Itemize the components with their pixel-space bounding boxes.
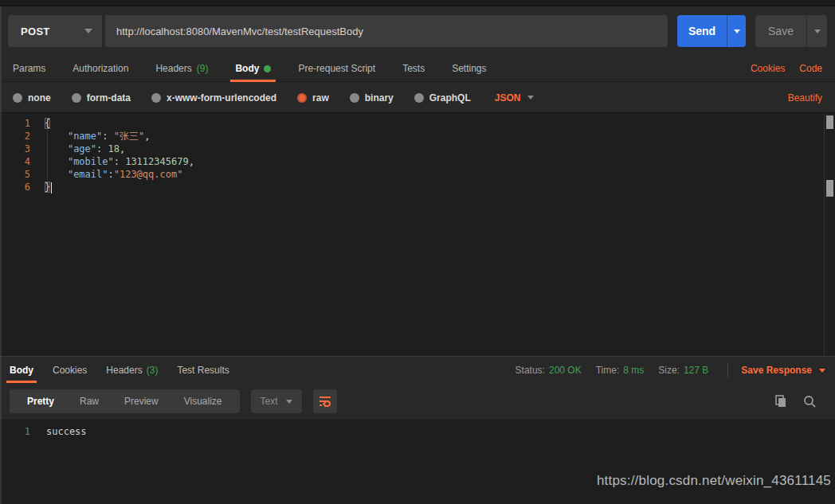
code-line: 1{ xyxy=(0,117,835,130)
tab-params[interactable]: Params xyxy=(13,56,45,82)
radio-none-label: none xyxy=(28,92,51,104)
divider xyxy=(727,362,728,378)
tab-body[interactable]: Body xyxy=(235,56,271,82)
tab-authorization[interactable]: Authorization xyxy=(73,56,128,82)
code-link[interactable]: Code xyxy=(799,63,822,74)
view-pretty[interactable]: Pretty xyxy=(14,389,67,413)
raw-format-dropdown[interactable]: JSON xyxy=(495,92,535,104)
radio-icon xyxy=(72,93,81,103)
cookies-link[interactable]: Cookies xyxy=(751,63,785,74)
send-dropdown[interactable] xyxy=(727,15,746,47)
save-dropdown[interactable] xyxy=(806,15,827,47)
headers-count-badge: (9) xyxy=(197,63,209,74)
tab-params-label: Params xyxy=(13,63,45,74)
raw-format-value: JSON xyxy=(495,92,521,104)
save-split-button: Save xyxy=(755,15,827,47)
radio-binary-label: binary xyxy=(365,92,394,104)
status-label: Status: xyxy=(516,365,545,376)
send-split-button: Send xyxy=(677,15,746,47)
response-view-switch: Pretty Raw Preview Visualize xyxy=(10,389,240,413)
code-line: 3 "age": 18, xyxy=(0,143,835,155)
response-toolbar: Pretty Raw Preview Visualize Text xyxy=(0,383,835,420)
save-response-label: Save Response xyxy=(741,365,812,376)
radio-raw[interactable]: raw xyxy=(297,92,329,104)
active-tab-underline xyxy=(230,80,276,82)
chevron-down-icon xyxy=(527,96,534,100)
watermark-text: https://blog.csdn.net/weixin_43611145 xyxy=(597,473,831,489)
response-tab-test-results[interactable]: Test Results xyxy=(177,357,229,383)
tab-settings[interactable]: Settings xyxy=(452,56,486,82)
response-editor-lines: 1success xyxy=(0,425,835,438)
request-editor-lines: 1{2 "name": "张三",3 "age": 18,4 "mobile":… xyxy=(0,113,835,193)
method-dropdown[interactable]: POST xyxy=(8,15,102,47)
response-tab-headers-label: Headers xyxy=(106,365,142,376)
radio-icon xyxy=(414,93,424,103)
tab-tests-label: Tests xyxy=(402,63,425,74)
response-tab-cookies-label: Cookies xyxy=(53,365,87,376)
left-edge-scrollbar[interactable] xyxy=(0,6,2,504)
response-tab-test-results-label: Test Results xyxy=(177,365,229,376)
tab-pre-request-script[interactable]: Pre-request Script xyxy=(298,56,375,82)
tab-headers[interactable]: Headers(9) xyxy=(155,56,208,82)
radio-icon xyxy=(13,93,22,103)
time-label: Time: xyxy=(596,365,620,376)
radio-x-www-form-urlencoded[interactable]: x-www-form-urlencoded xyxy=(151,92,276,104)
response-tab-body[interactable]: Body xyxy=(10,357,33,383)
url-value: http://localhost:8080/MavenMvc/test/test… xyxy=(116,25,363,37)
postman-window: POST http://localhost:8080/MavenMvc/test… xyxy=(0,0,835,504)
time-pair: Time:8 ms xyxy=(596,365,645,376)
chevron-down-icon xyxy=(819,369,825,373)
beautify-link[interactable]: Beautify xyxy=(788,92,822,104)
radio-graphql[interactable]: GraphQL xyxy=(414,92,471,104)
save-button[interactable]: Save xyxy=(755,15,806,47)
radio-selected-icon xyxy=(297,93,307,103)
save-response-dropdown[interactable]: Save Response xyxy=(741,365,825,376)
response-format-dropdown[interactable]: Text xyxy=(251,389,302,413)
response-toolbar-right xyxy=(773,393,825,409)
word-wrap-button[interactable] xyxy=(313,389,337,413)
copy-button[interactable] xyxy=(773,393,789,409)
code-line: 4 "mobile": 13112345679, xyxy=(0,155,835,168)
view-raw[interactable]: Raw xyxy=(67,389,112,413)
chevron-down-icon xyxy=(814,29,821,33)
response-meta-right: Status:200 OK Time:8 ms Size:127 B Save … xyxy=(516,362,825,378)
send-button[interactable]: Send xyxy=(677,15,727,47)
tab-settings-label: Settings xyxy=(452,63,486,74)
response-headers-count-badge: (3) xyxy=(147,365,159,376)
radio-graphql-label: GraphQL xyxy=(429,92,471,104)
code-line: 6} xyxy=(0,181,835,193)
tabs-right-links: Cookies Code xyxy=(751,63,822,74)
method-label: POST xyxy=(21,25,50,37)
response-body-viewer: 1success xyxy=(0,420,835,504)
response-line: 1success xyxy=(0,425,835,438)
radio-form-data[interactable]: form-data xyxy=(72,92,131,104)
tab-tests[interactable]: Tests xyxy=(402,56,425,82)
tab-authorization-label: Authorization xyxy=(73,63,128,74)
status-value: 200 OK xyxy=(549,365,582,376)
tab-pre-request-label: Pre-request Script xyxy=(298,63,375,74)
radio-icon xyxy=(151,93,161,103)
editor-scrollbar[interactable] xyxy=(824,113,835,356)
window-top-strip xyxy=(0,0,835,6)
view-visualize[interactable]: Visualize xyxy=(171,389,235,413)
radio-raw-label: raw xyxy=(312,92,329,104)
search-button[interactable] xyxy=(802,393,817,409)
request-body-editor[interactable]: 1{2 "name": "张三",3 "age": 18,4 "mobile":… xyxy=(0,112,835,357)
status-pair: Status:200 OK xyxy=(516,365,582,376)
radio-binary[interactable]: binary xyxy=(350,92,394,104)
tab-body-label: Body xyxy=(235,63,259,74)
copy-icon xyxy=(774,395,787,408)
body-has-content-dot xyxy=(264,65,271,72)
url-input[interactable]: http://localhost:8080/MavenMvc/test/test… xyxy=(105,15,668,47)
tab-headers-label: Headers xyxy=(155,63,191,74)
response-tab-cookies[interactable]: Cookies xyxy=(53,357,87,383)
search-icon xyxy=(803,395,816,408)
radio-urlencoded-label: x-www-form-urlencoded xyxy=(167,92,276,104)
radio-none[interactable]: none xyxy=(13,92,51,104)
size-label: Size: xyxy=(658,365,680,376)
view-preview[interactable]: Preview xyxy=(112,389,171,413)
request-tabs: Params Authorization Headers(9) Body Pre… xyxy=(0,56,835,82)
time-value: 8 ms xyxy=(623,365,644,376)
size-pair: Size:127 B xyxy=(658,365,708,376)
response-tab-headers[interactable]: Headers(3) xyxy=(106,357,158,383)
